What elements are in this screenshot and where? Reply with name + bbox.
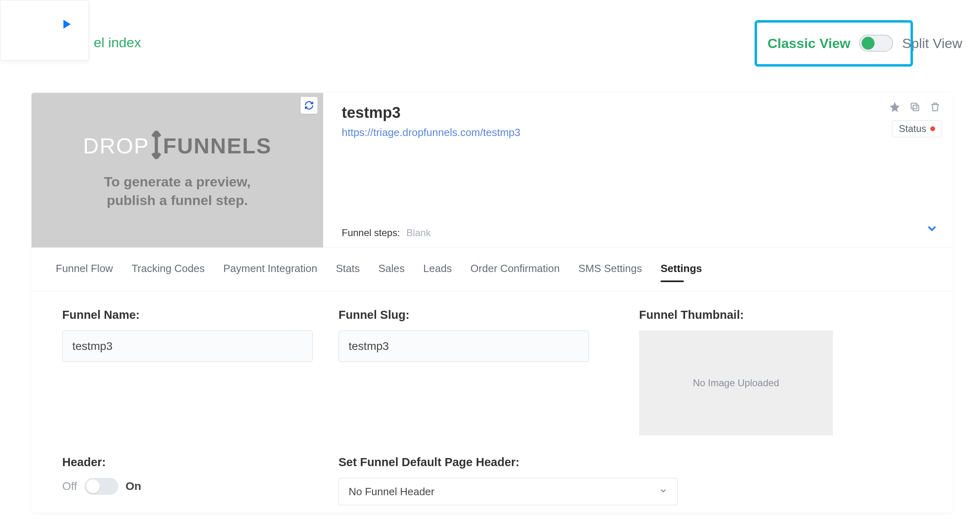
view-toggle-group: Classic View Split View (768, 35, 962, 52)
thumbnail-empty-text: No Image Uploaded (693, 377, 779, 389)
header-off-label: Off (62, 480, 77, 493)
tab-payment-integration[interactable]: Payment Integration (223, 262, 318, 279)
tab-funnel-flow[interactable]: Funnel Flow (56, 262, 113, 279)
funnel-name-label: Funnel Name: (62, 308, 329, 322)
tab-settings[interactable]: Settings (660, 262, 702, 279)
brand-logo: DROP FUNNELS (83, 131, 271, 161)
card-header-info: testmp3 https://triage.dropfunnels.com/t… (323, 93, 953, 247)
funnel-slug-input[interactable] (339, 331, 589, 362)
brand-word-funnels: FUNNELS (163, 133, 272, 158)
thumbnail-dropzone[interactable]: No Image Uploaded (639, 331, 833, 435)
status-dot-icon (930, 126, 935, 131)
tab-sms-settings[interactable]: SMS Settings (578, 262, 642, 279)
preview-placeholder-text: To generate a preview, publish a funnel … (104, 173, 251, 210)
status-chip[interactable]: Status (892, 120, 942, 137)
toggle-knob (862, 37, 875, 50)
funnel-slug-label: Funnel Slug: (339, 308, 629, 322)
breadcrumb-funnel-index[interactable]: el index (94, 35, 141, 50)
header-toggle[interactable] (84, 478, 118, 495)
svg-rect-1 (913, 105, 919, 111)
header-group: Header: Off On (62, 456, 329, 505)
funnel-card: DROP FUNNELS To generate a preview, publ… (32, 93, 953, 513)
expand-icon[interactable] (925, 222, 939, 235)
funnel-name-input[interactable] (62, 331, 313, 362)
funnel-steps-value: Blank (406, 227, 431, 239)
funnel-title: testmp3 (342, 104, 934, 121)
refresh-icon (304, 100, 314, 110)
tab-order-confirmation[interactable]: Order Confirmation (471, 262, 560, 279)
tab-leads[interactable]: Leads (423, 262, 452, 279)
classic-view-label: Classic View (768, 36, 850, 51)
tab-tracking-codes[interactable]: Tracking Codes (132, 262, 205, 279)
refresh-preview-button[interactable] (301, 97, 318, 114)
video-thumbnail-box (0, 0, 89, 61)
toggle-knob (86, 479, 100, 493)
svg-rect-2 (911, 103, 917, 109)
settings-panel: Funnel Name: Funnel Slug: Funnel Thumbna… (32, 291, 953, 505)
trash-icon[interactable] (928, 100, 942, 114)
tab-sales[interactable]: Sales (379, 262, 405, 279)
chevron-down-icon (659, 486, 668, 498)
brand-word-drop: DROP (83, 133, 149, 158)
funnel-steps-label: Funnel steps: (342, 227, 400, 239)
default-header-select[interactable]: No Funnel Header (339, 478, 678, 505)
funnel-thumbnail-label: Funnel Thumbnail: (639, 308, 922, 322)
default-header-value: No Funnel Header (349, 486, 434, 498)
card-header-row: DROP FUNNELS To generate a preview, publ… (32, 93, 953, 248)
preview-panel: DROP FUNNELS To generate a preview, publ… (32, 93, 323, 247)
funnel-slug-group: Funnel Slug: (339, 308, 629, 435)
view-toggle[interactable] (859, 35, 893, 52)
funnel-url-link[interactable]: https://triage.dropfunnels.com/testmp3 (342, 126, 934, 139)
status-label: Status (899, 123, 926, 134)
favorite-icon[interactable] (888, 100, 902, 114)
default-header-label: Set Funnel Default Page Header: (339, 456, 629, 469)
copy-icon[interactable] (908, 100, 922, 114)
tab-stats[interactable]: Stats (336, 262, 360, 279)
funnel-name-group: Funnel Name: (62, 308, 329, 435)
header-label: Header: (62, 456, 329, 469)
tabstrip: Funnel Flow Tracking Codes Payment Integ… (32, 248, 953, 291)
split-view-label: Split View (902, 36, 962, 51)
play-icon[interactable] (63, 20, 71, 29)
header-on-label: On (126, 480, 141, 493)
funnel-thumbnail-group: Funnel Thumbnail: No Image Uploaded (639, 308, 922, 435)
default-header-group: Set Funnel Default Page Header: No Funne… (339, 456, 629, 505)
